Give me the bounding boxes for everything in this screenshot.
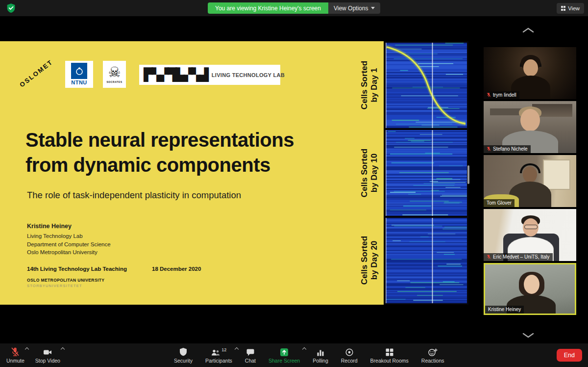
view-button-label: View xyxy=(568,5,580,11)
heatmap-label-day10: Cells Sortedby Day 10 xyxy=(355,130,384,216)
presentation-slide: OSLOMET NTNU ☠ SOCRATES ▛▚▞▜▙▞▚▟ LIVING … xyxy=(0,41,468,305)
polling-bars-icon xyxy=(316,348,325,357)
person-head xyxy=(523,166,537,183)
author-name: Kristine Heiney xyxy=(27,222,111,231)
breakout-rooms-button[interactable]: Breakout Rooms xyxy=(364,343,415,367)
participant-tile-active-speaker[interactable]: Kristine Heiney xyxy=(484,263,576,315)
reactions-button[interactable]: Reactions xyxy=(415,343,451,367)
slide-title-line2: from dynamic components xyxy=(25,153,294,178)
viewing-status-text: You are viewing Kristine Heiney's screen xyxy=(208,2,328,14)
slide-title: Stable neural representations from dynam… xyxy=(25,128,294,178)
video-options-chevron[interactable] xyxy=(61,347,65,351)
heatmap-day20 xyxy=(386,218,467,303)
participant-tile[interactable]: Stefano Nichele xyxy=(484,101,576,153)
grid-view-icon xyxy=(561,6,566,11)
author-affiliation-2: Department of Computer Science xyxy=(27,240,111,249)
participant-name-tag: trym lindell xyxy=(484,91,519,99)
event-date: 18 December 2020 xyxy=(152,266,201,272)
heatmap-day10 xyxy=(386,130,467,216)
participant-name-tag: Stefano Nichele xyxy=(484,145,531,153)
chevron-down-icon xyxy=(371,7,375,9)
living-technology-lab-logo: ▛▚▞▜▙▞▚▟ LIVING TECHNOLOGY LAB xyxy=(139,65,280,85)
record-circle-icon xyxy=(345,348,354,357)
chat-bubble-icon xyxy=(246,348,255,357)
security-button[interactable]: Security xyxy=(168,343,199,367)
ntnu-logo: NTNU xyxy=(65,61,93,88)
university-name: OSLO METROPOLITAN UNIVERSITY xyxy=(27,278,104,283)
participants-options-chevron[interactable] xyxy=(235,347,239,351)
socrates-wordmark: SOCRATES xyxy=(106,80,122,83)
ntnu-emblem-icon xyxy=(71,63,87,79)
slide-subtitle: The role of task-independent plasticity … xyxy=(27,190,241,201)
university-logotype: OSLO METROPOLITAN UNIVERSITY STORBYUNIVE… xyxy=(27,278,104,288)
author-block: Kristine Heiney Living Technology Lab De… xyxy=(27,222,111,257)
scroll-down-chevron-icon[interactable] xyxy=(520,332,537,340)
view-button[interactable]: View xyxy=(557,3,584,14)
ltl-glitch-icon: ▛▚▞▜▙▞▚▟ xyxy=(144,68,207,82)
person-head xyxy=(523,59,538,77)
ntnu-wordmark: NTNU xyxy=(71,79,87,85)
participants-video-strip: trym lindell Stefano Nichele Tom Glover xyxy=(468,16,588,343)
stop-video-button[interactable]: Stop Video xyxy=(31,343,65,367)
reactions-smiley-icon xyxy=(428,348,438,357)
participants-button[interactable]: 12 Participants xyxy=(199,343,239,367)
person-head xyxy=(524,275,539,294)
slide-title-line1: Stable neural representations xyxy=(25,128,294,153)
participant-name-tag: Eric Medvet – UniTS, Italy xyxy=(484,253,553,261)
end-meeting-button[interactable]: End xyxy=(557,349,582,362)
heatmap-label-day20: Cells Sortedby Day 20 xyxy=(355,218,384,303)
polling-button[interactable]: Polling xyxy=(306,343,335,367)
socrates-face-icon: ☠ xyxy=(108,65,121,79)
muted-mic-icon xyxy=(487,92,491,98)
chat-button[interactable]: Chat xyxy=(239,343,262,367)
heatmap-panel xyxy=(384,41,468,305)
scroll-up-chevron-icon[interactable] xyxy=(520,26,537,34)
shared-screen-area: OSLOMET NTNU ☠ SOCRATES ▛▚▞▜▙▞▚▟ LIVING … xyxy=(0,16,468,343)
audio-options-chevron[interactable] xyxy=(25,347,29,351)
meeting-top-bar: You are viewing Kristine Heiney's screen… xyxy=(0,0,588,16)
event-name: 14th Living Technology Lab Teaching xyxy=(27,266,127,272)
heatmap-day1 xyxy=(386,43,467,128)
muted-mic-icon xyxy=(487,254,491,260)
screen-viewing-banner: You are viewing Kristine Heiney's screen… xyxy=(208,2,380,14)
participant-tile[interactable]: trym lindell xyxy=(484,47,576,99)
unmute-button[interactable]: Unmute xyxy=(2,343,29,367)
oslomet-logo: OSLOMET xyxy=(14,55,58,92)
participant-tile[interactable]: Tom Glover xyxy=(484,155,576,207)
participant-name-tag: Tom Glover xyxy=(484,199,514,207)
university-subtitle: STORBYUNIVERSITETET xyxy=(27,284,104,288)
participants-count-badge: 12 xyxy=(221,347,226,352)
shield-icon xyxy=(179,347,188,357)
security-shield-icon[interactable] xyxy=(6,3,16,13)
view-options-dropdown[interactable]: View Options xyxy=(328,2,380,14)
participant-name-tag: Kristine Heiney xyxy=(485,306,524,314)
muted-mic-icon xyxy=(487,146,491,152)
participants-icon xyxy=(211,349,220,357)
ltl-wordmark: LIVING TECHNOLOGY LAB xyxy=(212,72,285,78)
share-screen-icon xyxy=(280,348,289,357)
mic-muted-icon xyxy=(11,347,20,357)
socrates-logo: ☠ SOCRATES xyxy=(103,61,126,88)
view-options-label: View Options xyxy=(334,5,368,12)
person-torso xyxy=(509,182,551,207)
share-screen-button[interactable]: Share Screen xyxy=(262,343,306,367)
heatmap-label-day1: Cells Sortedby Day 1 xyxy=(355,43,384,128)
person-head xyxy=(520,109,540,131)
panel-resize-handle[interactable] xyxy=(467,165,469,184)
meeting-toolbar: Unmute Stop Video Security xyxy=(0,343,588,367)
camera-icon xyxy=(43,348,52,357)
person-glasses xyxy=(524,225,538,229)
share-options-chevron[interactable] xyxy=(302,347,306,351)
record-button[interactable]: Record xyxy=(335,343,364,367)
author-affiliation-1: Living Technology Lab xyxy=(27,232,111,240)
author-affiliation-3: Oslo Metropolitan University xyxy=(27,248,111,257)
participant-tile[interactable]: Eric Medvet – UniTS, Italy xyxy=(484,209,576,261)
breakout-rooms-icon xyxy=(385,348,394,357)
